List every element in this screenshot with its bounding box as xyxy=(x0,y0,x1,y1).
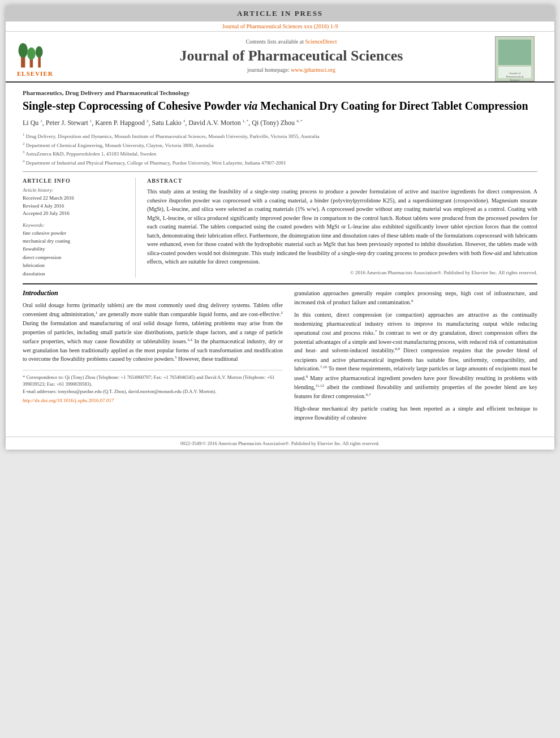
abstract-text: This study aims at testing the feasibili… xyxy=(147,187,537,266)
svg-text:Pharmaceutical: Pharmaceutical xyxy=(506,75,524,78)
body-right-column: granulation approaches generally require… xyxy=(294,289,537,425)
page: ARTICLE IN PRESS Journal of Pharmaceutic… xyxy=(6,6,554,450)
article-in-press-banner: ARTICLE IN PRESS xyxy=(6,6,554,21)
svg-point-5 xyxy=(36,46,43,58)
history-revised: Revised 4 July 2016 xyxy=(23,202,127,210)
introduction-title: Introduction xyxy=(23,289,283,297)
section-divider xyxy=(23,283,537,284)
elsevier-logo: ELSEVIER xyxy=(17,39,96,77)
correspondence-footnote: * Correspondence to: Qi (Tony) Zhou (Tel… xyxy=(23,374,283,389)
bottom-copyright: 0022-3549/© 2016 American Pharmacists As… xyxy=(6,437,554,450)
sciencedirect-link[interactable]: ScienceDirect xyxy=(305,38,337,45)
svg-rect-4 xyxy=(38,56,41,67)
affiliation-4: 4 Department of Industrial and Physical … xyxy=(23,158,537,167)
article-info-column: ARTICLE INFO Article history: Received 2… xyxy=(23,178,136,278)
journal-ref-line: Journal of Pharmaceutical Sciences xxx (… xyxy=(6,21,554,32)
article-section-label: Pharmaceutics, Drug Delivery and Pharmac… xyxy=(23,89,537,96)
footnote-area: * Correspondence to: Qi (Tony) Zhou (Tel… xyxy=(23,370,283,403)
history-label: Article history: xyxy=(23,187,127,193)
keyword-4: direct compression xyxy=(23,253,127,261)
doi-link[interactable]: http://dx.doi.org/10.1016/j.xphs.2016.07… xyxy=(23,398,283,403)
article-title: Single-step Coprocessing of Cohesive Pow… xyxy=(23,98,537,113)
abstract-copyright: © 2016 American Pharmacists Association®… xyxy=(147,270,537,275)
journal-cover-image: Journal of Pharmaceutical Sciences xyxy=(495,36,535,81)
affiliation-2: 2 Department of Chemical Engineering, Mo… xyxy=(23,141,537,150)
journal-header: ELSEVIER Contents lists available at Sci… xyxy=(6,32,554,83)
body-two-col: Introduction Oral solid dosage forms (pr… xyxy=(23,289,537,425)
elsevier-tree-icon xyxy=(17,39,51,70)
keywords-label: Keywords: xyxy=(23,222,127,228)
svg-point-3 xyxy=(27,48,36,60)
history-received: Received 22 March 2016 xyxy=(23,195,127,202)
journal-ref-text: Journal of Pharmaceutical Sciences xxx (… xyxy=(222,23,338,29)
body-left-column: Introduction Oral solid dosage forms (pr… xyxy=(23,289,283,425)
contents-line: Contents lists available at ScienceDirec… xyxy=(102,38,481,45)
svg-text:Sciences: Sciences xyxy=(510,79,520,81)
journal-right: Journal of Pharmaceutical Sciences xyxy=(486,36,543,81)
keyword-2: mechanical dry coating xyxy=(23,237,127,245)
svg-rect-7 xyxy=(498,40,531,65)
journal-center: Contents lists available at ScienceDirec… xyxy=(96,36,486,81)
introduction-left-text: Oral solid dosage forms (primarily table… xyxy=(23,301,283,364)
svg-point-1 xyxy=(19,43,28,58)
affiliation-1: 1 Drug Delivery, Disposition and Dynamic… xyxy=(23,132,537,141)
article-info-abstract: ARTICLE INFO Article history: Received 2… xyxy=(23,171,537,278)
article-authors: Li Qu 1, Peter J. Stewart 1, Karen P. Ha… xyxy=(23,118,537,128)
journal-left: ELSEVIER xyxy=(17,36,96,81)
journal-title: Journal of Pharmaceutical Sciences xyxy=(102,47,481,64)
email-footnote: E-mail addresses: tonyzhou@purdue.edu (Q… xyxy=(23,388,283,395)
abstract-heading: ABSTRACT xyxy=(147,178,537,184)
keyword-5: lubrication xyxy=(23,261,127,269)
keyword-3: flowability xyxy=(23,245,127,253)
keyword-1: fine cohesive powder xyxy=(23,229,127,237)
keyword-6: dissolution xyxy=(23,270,127,278)
homepage-url[interactable]: www.jpharmsci.org xyxy=(291,67,335,73)
article-info-heading: ARTICLE INFO xyxy=(23,178,127,184)
abstract-column: ABSTRACT This study aims at testing the … xyxy=(147,178,537,278)
introduction-right-text: granulation approaches generally require… xyxy=(294,289,537,422)
banner-text: ARTICLE IN PRESS xyxy=(237,9,323,18)
contents-text: Contents lists available at xyxy=(245,38,303,45)
elsevier-label: ELSEVIER xyxy=(17,70,53,77)
homepage-prefix: journal homepage: xyxy=(247,67,290,73)
affiliation-3: 3 AstraZeneca R&D, Pepparredsleden 1, 43… xyxy=(23,149,537,158)
content-area: Pharmaceutics, Drug Delivery and Pharmac… xyxy=(6,83,554,432)
journal-homepage: journal homepage: www.jpharmsci.org xyxy=(102,67,481,73)
article-affiliations: 1 Drug Delivery, Disposition and Dynamic… xyxy=(23,132,537,167)
history-accepted: Accepted 20 July 2016 xyxy=(23,210,127,218)
svg-text:Journal of: Journal of xyxy=(509,72,520,75)
